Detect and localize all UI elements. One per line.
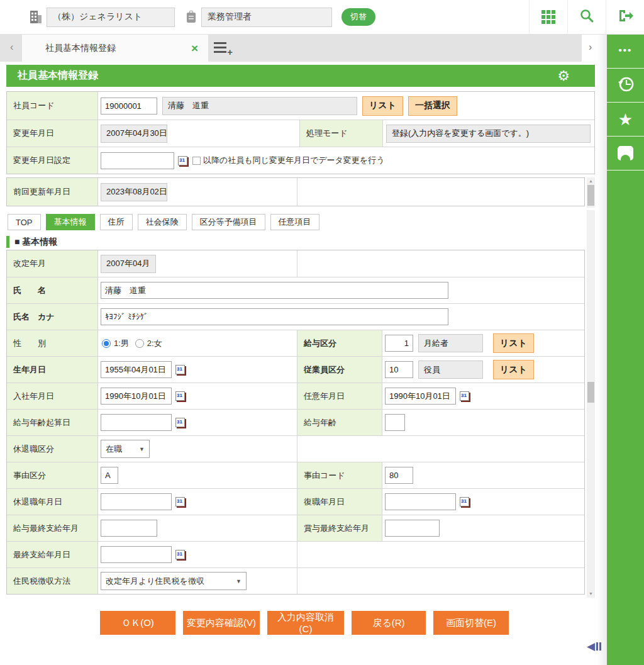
final-pay-date-input[interactable] xyxy=(101,546,172,563)
full-name-label: 氏 名 xyxy=(7,277,98,303)
add-tab-bar xyxy=(214,42,226,44)
collapse-panel-handle[interactable]: ◀ xyxy=(587,641,601,652)
salary-category-list-button[interactable]: リスト xyxy=(493,333,534,353)
logout-icon xyxy=(617,8,633,26)
hire-date-input[interactable] xyxy=(101,388,172,405)
chevron-right-icon[interactable]: › xyxy=(589,42,592,53)
full-name-input[interactable] xyxy=(101,282,448,299)
tab-address[interactable]: 住所 xyxy=(100,214,133,230)
tab-bar: ‹ 社員基本情報登録 × + xyxy=(0,35,582,62)
leave-date-input[interactable] xyxy=(101,493,172,510)
cancel-input-button[interactable]: 入力内容取消(C) xyxy=(267,611,344,635)
resident-tax-method-select[interactable]: 改定年月より住民税を徴収 ▼ xyxy=(101,572,247,590)
last-update-label: 前回更新年月日 xyxy=(7,178,98,206)
calendar-icon[interactable]: 31 xyxy=(175,497,185,506)
salary-age-label: 給与年齢 xyxy=(297,410,382,435)
tab-optional[interactable]: 任意項目 xyxy=(270,214,319,230)
salary-category-label: 給与区分 xyxy=(297,330,382,356)
confirm-changes-button[interactable]: 変更内容確認(V) xyxy=(183,611,260,635)
memo-button[interactable] xyxy=(607,137,644,170)
sidebar-shadow xyxy=(595,35,607,665)
favorites-button[interactable]: ★ xyxy=(607,103,644,137)
scrollbar-upper[interactable]: ▲ xyxy=(587,177,595,208)
birth-date-label: 生年月日 xyxy=(7,357,98,383)
switch-button[interactable]: 切替 xyxy=(341,8,375,26)
calendar-icon[interactable]: 31 xyxy=(175,550,185,559)
form-row: 前回更新年月日 2023年08月02日 xyxy=(7,178,584,206)
chevron-left-icon[interactable]: ‹ xyxy=(10,42,13,53)
bonus-last-pay-input[interactable] xyxy=(385,520,440,537)
return-date-input[interactable] xyxy=(385,493,456,510)
employee-category-code-input[interactable] xyxy=(385,361,413,378)
scroll-up-icon[interactable]: ▲ xyxy=(587,178,595,184)
last-update-cell: 2023年08月02日 xyxy=(98,178,297,206)
reason-category-input[interactable] xyxy=(101,467,118,484)
apply-following-checkbox[interactable] xyxy=(192,157,201,165)
process-mode-readonly: 登録(入力内容を変更する画面です。) xyxy=(386,125,591,143)
add-tab-button[interactable]: + xyxy=(214,42,233,55)
tab-social-insurance[interactable]: 社会保険 xyxy=(138,214,187,230)
radio-female-label: 2:女 xyxy=(147,338,162,349)
change-date-cell: 2007年04月30日 xyxy=(98,125,299,143)
switch-screen-button[interactable]: 画面切替(E) xyxy=(433,611,509,635)
history-button[interactable] xyxy=(607,69,644,103)
tab-basic-info[interactable]: 基本情報 xyxy=(46,214,95,230)
page-title: 社員基本情報登録 xyxy=(18,69,98,82)
calendar-icon[interactable]: 31 xyxy=(460,497,469,506)
tab-employee-registration[interactable]: 社員基本情報登録 × xyxy=(22,35,208,62)
reason-code-cell xyxy=(382,467,584,484)
section-title: ■ 基本情報 xyxy=(6,236,595,248)
gender-label: 性 別 xyxy=(7,330,98,356)
radio-male-label: 1:男 xyxy=(114,338,129,349)
calendar-icon[interactable]: 31 xyxy=(178,156,187,165)
revision-month-label: 改定年月 xyxy=(7,250,98,277)
apps-menu-button[interactable] xyxy=(529,0,567,34)
reason-category-cell xyxy=(98,462,297,488)
salary-last-pay-input[interactable] xyxy=(101,520,157,537)
calendar-icon[interactable]: 31 xyxy=(175,365,185,374)
search-button[interactable] xyxy=(567,0,606,34)
salary-age-input[interactable] xyxy=(385,414,405,431)
building-icon xyxy=(30,10,42,24)
list-button[interactable]: リスト xyxy=(362,96,403,116)
birth-date-cell: 31 xyxy=(98,357,297,383)
employment-status-select[interactable]: 在職 ▼ xyxy=(101,440,150,458)
back-button[interactable]: 戻る(R) xyxy=(352,611,426,635)
change-date-setting-label: 変更年月日設定 xyxy=(7,147,98,174)
radio-female[interactable] xyxy=(135,339,144,348)
scrollbar-main[interactable]: ▼ xyxy=(587,210,595,598)
bulk-select-button[interactable]: 一括選択 xyxy=(408,96,457,116)
bonus-last-pay-cell xyxy=(382,520,584,537)
employment-status-label: 休退職区分 xyxy=(7,436,98,462)
optional-date-input[interactable] xyxy=(385,388,456,405)
role-input[interactable] xyxy=(201,8,332,27)
calendar-icon[interactable]: 31 xyxy=(460,391,469,401)
main-content: 社員基本情報登録 ⚙ 社員コード 清藤 道重 リスト 一括選択 変更年月日 20… xyxy=(6,65,595,635)
radio-male[interactable] xyxy=(102,339,111,348)
last-update-box: 前回更新年月日 2023年08月02日 xyxy=(6,177,585,206)
employee-code-input[interactable] xyxy=(101,98,157,115)
change-date-label: 変更年月日 xyxy=(7,120,98,147)
scrollbar-thumb[interactable] xyxy=(587,382,594,403)
more-options-button[interactable]: ••• xyxy=(607,35,644,69)
reason-code-input[interactable] xyxy=(385,467,413,484)
close-icon[interactable]: × xyxy=(191,42,198,54)
company-input[interactable] xyxy=(47,8,175,27)
birth-date-input[interactable] xyxy=(101,361,172,378)
calendar-icon[interactable]: 31 xyxy=(175,391,185,401)
calendar-icon[interactable]: 31 xyxy=(175,418,185,427)
salary-last-pay-cell xyxy=(98,515,297,541)
scrollbar-thumb[interactable] xyxy=(587,185,594,206)
gear-icon[interactable]: ⚙ xyxy=(557,68,570,84)
salary-category-code-input[interactable] xyxy=(385,335,413,352)
salary-age-base-input[interactable] xyxy=(101,414,172,431)
scroll-down-icon[interactable]: ▼ xyxy=(587,591,595,597)
logout-button[interactable] xyxy=(606,0,644,34)
ok-button[interactable]: ＯＫ(O) xyxy=(100,611,175,635)
tab-top[interactable]: TOP xyxy=(8,214,41,230)
employee-category-list-button[interactable]: リスト xyxy=(493,360,534,379)
tab-category-reserve[interactable]: 区分等予備項目 xyxy=(192,214,265,230)
name-kana-input[interactable] xyxy=(101,308,448,325)
change-date-setting-input[interactable] xyxy=(101,152,174,169)
chevron-down-icon: ▼ xyxy=(134,446,145,452)
